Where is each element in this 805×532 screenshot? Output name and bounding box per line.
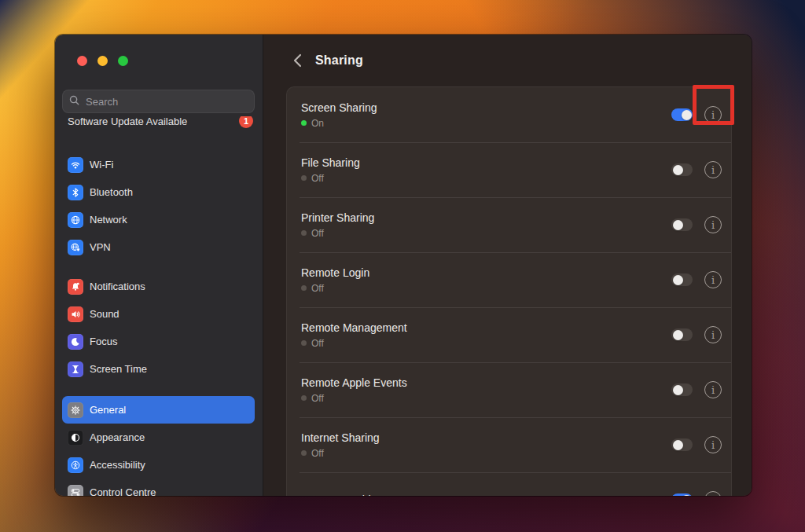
sidebar-item-label: General bbox=[90, 404, 126, 416]
info-button-remote-apple-events[interactable]: i bbox=[704, 381, 722, 398]
sidebar-item-network[interactable]: Network bbox=[62, 206, 255, 233]
toggle-knob bbox=[682, 495, 692, 497]
sidebar-items: Wi-FiBluetoothNetworkVPNNotificationsSou… bbox=[62, 151, 255, 496]
sharing-services-list: Screen SharingOniFile SharingOffiPrinter… bbox=[286, 86, 732, 496]
toggle-screen-sharing[interactable] bbox=[671, 108, 693, 121]
toggle-knob bbox=[673, 220, 683, 230]
close-window-button[interactable] bbox=[77, 56, 87, 66]
back-button[interactable] bbox=[289, 51, 305, 70]
system-settings-window: Software Update Available 1 Wi-FiBluetoo… bbox=[55, 35, 752, 496]
sidebar-item-general[interactable]: General bbox=[62, 396, 255, 424]
sidebar: Software Update Available 1 Wi-FiBluetoo… bbox=[55, 35, 263, 496]
service-label: Remote Management bbox=[301, 321, 407, 334]
service-texts: Remote LoginOff bbox=[301, 266, 369, 294]
status-text: On bbox=[311, 118, 324, 129]
wifi-icon bbox=[68, 157, 83, 173]
status-text: Off bbox=[311, 228, 324, 239]
search-icon bbox=[69, 94, 79, 108]
sidebar-scroll-area[interactable]: Software Update Available 1 Wi-FiBluetoo… bbox=[55, 116, 263, 496]
service-controls: i bbox=[671, 161, 722, 178]
toggle-remote-apple-events[interactable] bbox=[671, 383, 693, 396]
service-label: Printer Sharing bbox=[301, 211, 374, 224]
sidebar-group-3: GeneralAppearanceAccessibilityControl Ce… bbox=[62, 396, 255, 496]
gear-icon bbox=[68, 402, 83, 418]
info-button-remote-management[interactable]: i bbox=[704, 326, 722, 343]
sidebar-item-notifications[interactable]: Notifications bbox=[62, 273, 255, 300]
status-dot bbox=[301, 340, 307, 346]
service-controls: i bbox=[671, 491, 722, 496]
update-count-badge: 1 bbox=[239, 116, 253, 128]
info-button-printer-sharing[interactable]: i bbox=[704, 216, 722, 233]
sidebar-item-bluetooth[interactable]: Bluetooth bbox=[62, 178, 255, 206]
sidebar-item-accessibility[interactable]: Accessibility bbox=[62, 451, 255, 479]
sharing-pane: Sharing Screen SharingOniFile SharingOff… bbox=[263, 35, 752, 496]
sidebar-item-label: VPN bbox=[90, 241, 111, 253]
service-label: Internet Sharing bbox=[301, 431, 380, 444]
toggle-knob bbox=[673, 330, 683, 340]
service-status: Off bbox=[301, 448, 380, 459]
service-label: Content Caching bbox=[301, 493, 383, 496]
sidebar-item-focus[interactable]: Focus bbox=[62, 328, 255, 355]
service-controls: i bbox=[671, 271, 722, 288]
info-button-remote-login[interactable]: i bbox=[704, 271, 722, 288]
toggle-content-caching[interactable] bbox=[671, 493, 693, 496]
sidebar-item-wi-fi[interactable]: Wi-Fi bbox=[62, 151, 255, 178]
service-controls: i bbox=[671, 326, 722, 343]
info-button-internet-sharing[interactable]: i bbox=[704, 436, 722, 453]
speaker-icon bbox=[68, 306, 83, 322]
service-row-remote-apple-events: Remote Apple EventsOffi bbox=[287, 362, 731, 417]
service-row-printer-sharing: Printer SharingOffi bbox=[287, 197, 731, 252]
search-field[interactable] bbox=[62, 90, 255, 113]
info-button-file-sharing[interactable]: i bbox=[704, 161, 722, 178]
sidebar-item-label: Network bbox=[90, 214, 127, 226]
sidebar-item-control-centre[interactable]: Control Centre bbox=[62, 479, 255, 496]
sidebar-item-screen-time[interactable]: Screen Time bbox=[62, 355, 255, 383]
bluetooth-icon bbox=[68, 185, 83, 200]
toggle-remote-login[interactable] bbox=[671, 273, 693, 286]
service-label: File Sharing bbox=[301, 156, 360, 169]
desktop-wallpaper: Software Update Available 1 Wi-FiBluetoo… bbox=[0, 0, 805, 532]
sidebar-item-label: Sound bbox=[90, 308, 119, 320]
sidebar-item-label: Focus bbox=[90, 336, 117, 347]
service-row-file-sharing: File SharingOffi bbox=[287, 142, 731, 197]
status-text: Off bbox=[311, 448, 324, 459]
toggle-printer-sharing[interactable] bbox=[671, 218, 693, 231]
toggle-internet-sharing[interactable] bbox=[671, 438, 693, 451]
sidebar-item-appearance[interactable]: Appearance bbox=[62, 424, 255, 451]
service-texts: File SharingOff bbox=[301, 156, 360, 184]
sidebar-item-sound[interactable]: Sound bbox=[62, 300, 255, 328]
moon-icon bbox=[68, 334, 83, 350]
sidebar-item-software-update[interactable]: Software Update Available 1 bbox=[62, 116, 255, 131]
minimize-window-button[interactable] bbox=[97, 56, 108, 66]
info-button-content-caching[interactable]: i bbox=[704, 491, 722, 496]
service-texts: Printer SharingOff bbox=[301, 211, 374, 239]
status-text: Off bbox=[311, 338, 324, 349]
status-text: Off bbox=[311, 173, 324, 184]
toggle-file-sharing[interactable] bbox=[671, 163, 693, 176]
service-controls: i bbox=[671, 436, 722, 453]
traffic-lights bbox=[55, 35, 263, 66]
toggle-remote-management[interactable] bbox=[671, 328, 693, 341]
search-input[interactable] bbox=[84, 95, 248, 108]
service-status: Off bbox=[301, 173, 360, 184]
annotation-highlight-box bbox=[693, 85, 734, 125]
status-dot bbox=[301, 175, 307, 181]
sidebar-item-vpn[interactable]: VPN bbox=[62, 233, 255, 261]
status-dot bbox=[301, 285, 307, 291]
service-label: Remote Apple Events bbox=[301, 376, 407, 389]
control-centre-icon bbox=[68, 485, 83, 497]
toggle-knob bbox=[682, 110, 692, 120]
service-label: Screen Sharing bbox=[301, 101, 377, 114]
status-text: Off bbox=[311, 283, 324, 294]
appearance-icon bbox=[68, 430, 83, 446]
sidebar-item-label: Appearance bbox=[90, 431, 145, 443]
service-row-screen-sharing: Screen SharingOni bbox=[287, 87, 731, 142]
zoom-window-button[interactable] bbox=[118, 56, 128, 66]
sidebar-group-2: NotificationsSoundFocusScreen Time bbox=[62, 273, 255, 383]
service-texts: Content Caching bbox=[301, 493, 383, 496]
service-status: Off bbox=[301, 393, 407, 404]
sidebar-item-label: Notifications bbox=[90, 281, 145, 292]
service-label: Remote Login bbox=[301, 266, 369, 279]
toggle-knob bbox=[673, 385, 683, 395]
sidebar-item-label: Screen Time bbox=[90, 363, 147, 375]
